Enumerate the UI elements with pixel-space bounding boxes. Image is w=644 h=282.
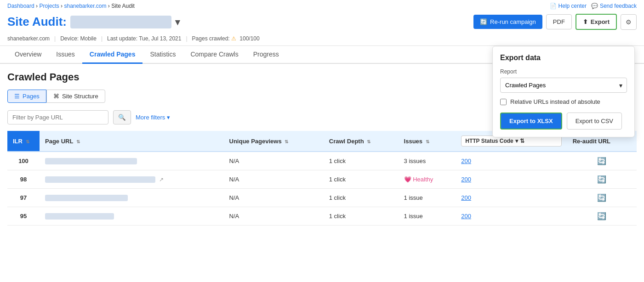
table-row: 97 N/A 1 click 1 issue 200 🔄 <box>7 189 637 207</box>
search-button[interactable]: 🔍 <box>113 110 131 124</box>
tab-overview[interactable]: Overview <box>7 46 49 64</box>
export-button[interactable]: ⬆ Export <box>576 14 617 30</box>
search-icon: 🔍 <box>118 114 126 121</box>
issues-cell: 1 issue <box>399 189 456 207</box>
meta-pages-crawled: Pages crawled: ⚠ 100/100 <box>192 35 260 42</box>
http-status-cell: 200 <box>456 170 567 189</box>
export-report-label: Report <box>500 68 627 75</box>
settings-button[interactable]: ⚙ <box>621 14 637 30</box>
action-buttons: 🔄 Re-run campaign PDF ⬆ Export ⚙ <box>473 14 637 30</box>
ilr-cell: 95 <box>7 207 40 226</box>
url-blurred <box>45 213 114 220</box>
relative-urls-checkbox[interactable] <box>500 99 507 105</box>
issues-cell: 3 issues <box>399 152 456 170</box>
top-actions: 📄 Help center 💬 Send feedback <box>550 3 637 9</box>
url-cell <box>40 189 224 207</box>
pageviews-cell: N/A <box>224 189 324 207</box>
reaudit-button[interactable]: 🔄 <box>597 194 606 202</box>
export-report-select-wrap: Crawled Pages ▾ <box>500 78 627 93</box>
tab-crawled-pages[interactable]: Crawled Pages <box>82 46 143 64</box>
crawled-pages-table: ILR ⇅ Page URL ⇅ Unique Pageviews ⇅ Craw… <box>7 131 637 226</box>
domain-blurred <box>70 16 171 28</box>
url-cell <box>40 207 224 226</box>
col-crawl-depth[interactable]: Crawl Depth ⇅ <box>324 131 399 152</box>
pageviews-cell: N/A <box>224 170 324 189</box>
meta-domain: shanebarker.com <box>7 35 50 42</box>
table-row: 95 N/A 1 click 1 issue 200 🔄 <box>7 207 637 226</box>
breadcrumb-current: Site Audit <box>111 3 135 9</box>
export-actions: Export to XLSX Export to CSV <box>500 113 627 130</box>
crawl-depth-cell: 1 click <box>324 189 399 207</box>
send-feedback-link[interactable]: 💬 Send feedback <box>591 3 637 9</box>
rerun-icon: 🔄 <box>480 18 487 25</box>
site-structure-icon: ⌘ <box>53 93 59 100</box>
issues-cell: 1 issue <box>399 207 456 226</box>
warning-icon: ⚠ <box>231 35 236 42</box>
tab-compare-crawls[interactable]: Compare Crawls <box>183 46 245 64</box>
reaudit-cell: 🔄 <box>567 189 637 207</box>
http-status-cell: 200 <box>456 207 567 226</box>
http-status-cell: 200 <box>456 152 567 170</box>
relative-urls-checkbox-row: Relative URLs instead of absolute <box>500 98 627 105</box>
help-center-link[interactable]: 📄 Help center <box>550 3 587 9</box>
tab-statistics[interactable]: Statistics <box>142 46 183 64</box>
meta-bar: shanebarker.com | Device: Mobile | Last … <box>0 34 644 46</box>
http-status-cell: 200 <box>456 189 567 207</box>
more-filters-button[interactable]: More filters ▾ <box>136 114 170 121</box>
help-icon: 📄 <box>550 3 557 9</box>
domain-dropdown-icon[interactable]: ▾ <box>175 17 180 28</box>
reaudit-button[interactable]: 🔄 <box>597 212 606 220</box>
crawl-depth-cell: 1 click <box>324 170 399 189</box>
export-report-select[interactable]: Crawled Pages <box>500 78 627 93</box>
url-blurred <box>45 195 128 201</box>
reaudit-cell: 🔄 <box>567 207 637 226</box>
external-link-icon[interactable]: ↗ <box>159 176 164 183</box>
col-issues[interactable]: Issues ⇅ <box>399 131 456 152</box>
col-unique-pageviews[interactable]: Unique Pageviews ⇅ <box>224 131 324 152</box>
title-bar: Site Audit: ▾ 🔄 Re-run campaign PDF ⬆ Ex… <box>0 12 644 34</box>
url-blurred <box>45 176 155 183</box>
export-xlsx-button[interactable]: Export to XLSX <box>500 113 562 130</box>
col-page-url[interactable]: Page URL ⇅ <box>40 131 224 152</box>
breadcrumb-domain[interactable]: shanebarker.com <box>64 3 106 9</box>
reaudit-cell: 🔄 <box>567 170 637 189</box>
col-ilr[interactable]: ILR ⇅ <box>7 131 40 152</box>
breadcrumb-dashboard[interactable]: Dashboard <box>7 3 34 9</box>
export-csv-button[interactable]: Export to CSV <box>567 113 622 130</box>
issues-cell: 💗 Healthy <box>399 170 456 189</box>
pages-icon: ☰ <box>14 93 20 100</box>
http-status-dropdown-icon: ▾ <box>515 138 518 144</box>
filter-url-input[interactable] <box>7 110 108 124</box>
page-title: Site Audit: ▾ <box>7 15 180 29</box>
meta-last-update: Last update: Tue, Jul 13, 2021 <box>107 35 181 42</box>
tab-issues[interactable]: Issues <box>49 46 82 64</box>
reaudit-cell: 🔄 <box>567 152 637 170</box>
crawl-depth-cell: 1 click <box>324 207 399 226</box>
rerun-campaign-button[interactable]: 🔄 Re-run campaign <box>473 15 542 29</box>
export-panel-title: Export data <box>500 54 627 62</box>
top-bar: Dashboard › Projects › shanebarker.com ›… <box>0 0 644 12</box>
crawl-depth-cell: 1 click <box>324 152 399 170</box>
export-panel: Export data Report Crawled Pages ▾ Relat… <box>492 46 635 137</box>
gear-icon: ⚙ <box>626 18 632 26</box>
reaudit-button[interactable]: 🔄 <box>597 157 606 165</box>
meta-device: Device: Mobile <box>60 35 97 42</box>
ilr-cell: 100 <box>7 152 40 170</box>
feedback-icon: 💬 <box>591 3 598 9</box>
tab-progress[interactable]: Progress <box>246 46 286 64</box>
pageviews-cell: N/A <box>224 152 324 170</box>
breadcrumb-projects[interactable]: Projects <box>39 3 59 9</box>
url-blurred <box>45 158 137 164</box>
reaudit-button[interactable]: 🔄 <box>597 175 606 183</box>
site-structure-view-button[interactable]: ⌘ Site Structure <box>46 90 105 103</box>
table-row: 98 ↗ N/A 1 click 💗 Healthy 200 🔄 <box>7 170 637 189</box>
http-status-sort-icon: ⇅ <box>520 138 524 144</box>
url-cell: ↗ <box>40 170 224 189</box>
table-row: 100 N/A 1 click 3 issues 200 🔄 <box>7 152 637 170</box>
url-cell <box>40 152 224 170</box>
pdf-button[interactable]: PDF <box>546 14 572 29</box>
ilr-cell: 98 <box>7 170 40 189</box>
pages-view-button[interactable]: ☰ Pages <box>7 90 46 103</box>
export-icon: ⬆ <box>583 18 588 25</box>
breadcrumb: Dashboard › Projects › shanebarker.com ›… <box>7 3 135 9</box>
